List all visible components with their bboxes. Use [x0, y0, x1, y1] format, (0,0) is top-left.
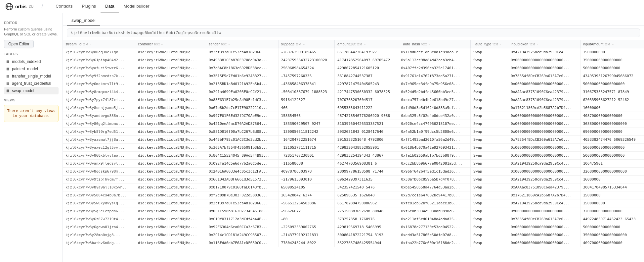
cell-stream_id: kjzl6kcym7w8y86gq2timomx... — [63, 120, 135, 128]
cell-auto_type: Swap — [470, 104, 508, 112]
nav-items: Contexts Plugins Data Model builder — [51, 0, 154, 13]
col-header-inputAmount[interactable]: inputAmounttext⌄ — [580, 40, 644, 48]
sidebar-table-item-models_indexed[interactable]: ▦models_indexed — [4, 58, 59, 65]
table-row[interactable]: kjzl6kcym7w8y9tipjhycm7f...did:key:z6Mkq… — [63, 176, 644, 183]
cell-controller: did:key:z6MkqLLctaENUjHq... — [135, 80, 206, 88]
col-header-stream_id[interactable]: stream_idtext⌄ — [63, 40, 135, 48]
table-item-label: agent_trust_credential — [12, 81, 51, 86]
col-header-_auto_type[interactable]: _auto_typetext⌄ — [470, 40, 508, 48]
table-item-label: models_indexed — [12, 59, 41, 64]
sidebar-table-item-agent_trust_credential[interactable]: ▦agent_trust_credential — [4, 80, 59, 87]
col-header-inputToken[interactable]: inputTokentext⌄ — [508, 40, 580, 48]
table-row[interactable]: kjzl6kcym7w8y8unnjyamp5j...did:key:z6Mkq… — [63, 104, 644, 112]
cell-stream_id: kjzl6kcym7w8ya0cq3ve7lqk... — [63, 48, 135, 56]
sidebar-table-item-painted_model[interactable]: ▦painted_model — [4, 65, 59, 73]
table-row[interactable]: kjzl6kcym7w8y6mqkmrs71t9...did:key:z6Mkq… — [63, 80, 644, 88]
table-row[interactable]: kjzl6kcym7w8y9f2hmedzp7k...did:key:z6Mkq… — [63, 72, 644, 80]
table-row[interactable]: kjzl6kcym7w8y6z07w7219t4...did:key:z6Mkq… — [63, 215, 644, 223]
table-row[interactable]: kjzl6kcym7w8batbv6n0dg...did:key:z6MkqLL… — [63, 239, 644, 247]
table-row[interactable]: kjzl6kcym7w8y5g3elczpds6...did:key:z6Mkq… — [63, 207, 644, 215]
cell-inputAmount: 16000000 — [580, 104, 644, 112]
cell-inputAmount: 16000000 — [580, 176, 644, 183]
col-label: inputToken — [511, 42, 528, 46]
cell-controller: did:key:z6MkqLLctaENUjHq... — [135, 72, 206, 80]
nav-item-data[interactable]: Data — [101, 0, 119, 13]
table-row[interactable]: kjzl6kcym7w8yazsmut7jj8u...did:key:z6Mkq… — [63, 136, 644, 144]
cell-controller: did:key:z6MkqLLctaENUjHq... — [135, 136, 206, 144]
table-row[interactable]: kjzl6kcym7w8y860xbtyvlao...did:key:z6Mkq… — [63, 152, 644, 160]
cell-amountOut: 6962429397311635 — [335, 176, 398, 183]
cell-slippage: 59164122527 — [278, 96, 335, 104]
tab-bar: swap_model — [63, 13, 644, 26]
table-row[interactable]: kjzl6kcym7w8y5804cs4b0a7b...did:key:z6Mk… — [63, 191, 644, 199]
table-row[interactable]: kjzl6kcym7w8y86gq2timomx...did:key:z6Mkq… — [63, 120, 644, 128]
table-row[interactable]: kjzl6kcym7w8yanx9jledsvl...did:key:z6Mkq… — [63, 160, 644, 168]
table-row[interactable]: kjzl6kcym7w8yafuci5twzr6...did:key:z6Mkq… — [63, 64, 644, 72]
editor-section-title: EDITOR — [4, 21, 59, 25]
nav-item-plugins[interactable]: Plugins — [77, 0, 101, 13]
tab-swap-model[interactable]: swap_model — [67, 16, 100, 26]
cell-auto_hash: 0xbe5458558a47764d53aa2b... — [398, 183, 471, 191]
col-type: text — [83, 42, 88, 46]
cell-slippage: 40978786303978 — [278, 168, 335, 176]
cell-stream_id: kjzl6kcym7w8y6z07w7219t4... — [63, 215, 135, 223]
table-row[interactable]: kjzl6kcym7w8yamdbvgo888n...did:key:z6Mkq… — [63, 112, 644, 120]
table-row[interactable]: kjzl6kcym7w8yaxec12gt5vv...did:key:z6Mkq… — [63, 144, 644, 152]
cell-stream_id: kjzl6kcym7w8yanx9jledsvl... — [63, 160, 135, 168]
cell-auto_type: Swap — [470, 191, 508, 199]
cell-stream_id: kjzl6kcym7w8y61pihp404d2... — [63, 56, 135, 64]
table-row[interactable]: kjzl6kcym7w8y6gowa01jro4...did:key:z6Mkq… — [63, 223, 644, 231]
col-header-sender[interactable]: sendertext⌄ — [206, 40, 279, 48]
cell-auto_type: Swap — [470, 176, 508, 183]
col-header-amountOut[interactable]: amountOuttext⌄ — [335, 40, 398, 48]
cell-controller: did:key:z6MkqLLctaENUjHq... — [135, 56, 206, 64]
open-editor-button[interactable]: Open Editor — [4, 40, 34, 48]
sidebar-table-item-swap_model[interactable]: ▦swap_model — [4, 87, 59, 94]
table-row[interactable]: kjzl6kcym7w8ya0cq3ve7lqk...did:key:z6Mkq… — [63, 48, 644, 56]
table-row[interactable]: kjzl6kcym7w8y8ya9ajl10x5vh...did:key:z6M… — [63, 183, 644, 191]
sort-icon: ⌄ — [612, 42, 614, 46]
col-label: _auto_hash — [401, 42, 420, 46]
cell-slippage: 242375956432723100020 — [278, 56, 335, 64]
table-body: kjzl6kcym7w8ya0cq3ve7lqk...did:key:z6Mkq… — [63, 48, 644, 247]
sort-icon: ⌄ — [499, 42, 502, 46]
cell-inputToken: 0x78354f8DcCB269a615A7e0... — [508, 72, 580, 80]
data-table-wrapper[interactable]: stream_idtext⌄controllertext⌄sendertext⌄… — [63, 40, 644, 262]
cell-slippage: -183390029507 9247 — [278, 120, 335, 128]
cell-sender: 0x2bf397d0Fe53ca48182966... — [206, 199, 279, 207]
cell-amountOut: 3008641872221754 3193 — [335, 231, 398, 239]
table-item-label: swap_model — [12, 88, 34, 93]
cell-controller: did:key:z6MkqLLctaENUjHq... — [135, 96, 206, 104]
logo-text: orbis — [15, 4, 26, 9]
cell-controller: did:key:z6MkqLLctaENUjHq... — [135, 88, 206, 96]
cell-auto_type: Swap — [470, 48, 508, 56]
table-row[interactable]: kjzl6kcym7w8y7pyx74l87ci...did:key:z6Mkq… — [63, 96, 644, 104]
table-row[interactable]: kjzl6kcym7w8y28mn0xjg8...did:key:z6MkqLL… — [63, 231, 644, 239]
query-input[interactable] — [67, 28, 640, 37]
cell-stream_id: kjzl6kcym7w8y8qqskp6798m... — [63, 168, 135, 176]
cell-inputToken: 0x0000000000000000000000... — [508, 207, 580, 215]
nav-item-contexts[interactable]: Contexts — [51, 0, 77, 13]
col-header-_auto_hash[interactable]: _auto_hashtext⌄ — [398, 40, 471, 48]
table-row[interactable]: kjzl6kcym7w8yb8l0rg7ed51...did:key:z6Mkq… — [63, 128, 644, 136]
views-empty: There aren't any views in your database. — [4, 105, 59, 122]
col-header-controller[interactable]: controllertext⌄ — [135, 40, 206, 48]
table-row[interactable]: kjzl6kcym7w8y5w0kydvyslq...did:key:z6Mkq… — [63, 199, 644, 207]
sidebar-table-item-transfer_single_model[interactable]: ▦transfer_single_model — [4, 73, 59, 80]
cell-slippage: 256968984654324 — [278, 64, 335, 72]
nav-item-model-builder[interactable]: Model builder — [119, 0, 154, 13]
nav-separator: / — [41, 3, 43, 10]
cell-inputAmount: 320000000000000000 — [580, 207, 644, 215]
cell-auto_hash: 0x966f642b4f5ed1c15dad36... — [398, 168, 471, 176]
cell-stream_id: kjzl6kcym7w8y5804cs4b0a7b... — [63, 191, 135, 199]
cell-controller: did:key:z6MkqLLctaENUjHq... — [135, 64, 206, 72]
table-row[interactable]: kjzl6kcym7w8y8cmqxxzi4k4...did:key:z6Mkq… — [63, 88, 644, 96]
col-header-slippage[interactable]: slippagetext⌄ — [278, 40, 335, 48]
cell-amountOut: 5932631843 0128417646 — [335, 128, 398, 136]
cell-auto_hash: 0x7e965ec34fe9b75e956e08... — [398, 80, 471, 88]
cell-slippage: -2143779192121831 — [278, 231, 335, 239]
cell-amountOut: 4298320438852055901 — [335, 144, 398, 152]
table-row[interactable]: kjzl6kcym7w8y8qqskp6798m...did:key:z6Mkq… — [63, 168, 644, 176]
table-row[interactable]: kjzl6kcym7w8y61pihp404d2...did:key:z6Mkq… — [63, 56, 644, 64]
cell-amountOut: 342357421540 5476 — [335, 183, 398, 191]
